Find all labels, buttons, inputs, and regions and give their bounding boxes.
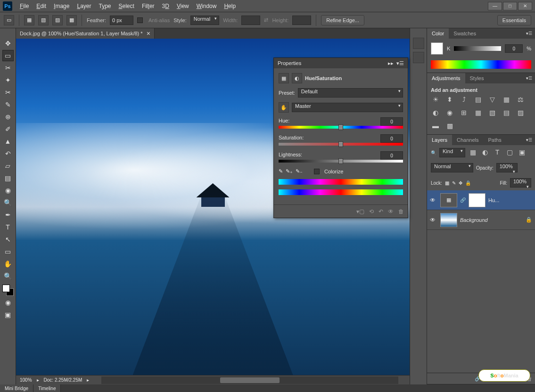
menu-filter[interactable]: Filter xyxy=(138,3,158,9)
menu-select[interactable]: Select xyxy=(115,3,138,9)
visibility-icon[interactable]: 👁 xyxy=(430,217,437,223)
menu-3d[interactable]: 3D xyxy=(158,3,173,9)
tab-timeline[interactable]: Timeline xyxy=(33,384,61,392)
visibility-icon[interactable]: 👁 xyxy=(430,197,437,204)
clip-layer-icon[interactable]: ▾▢ xyxy=(356,208,364,215)
maximize-button[interactable]: □ xyxy=(503,2,517,10)
opacity-input[interactable]: 100% xyxy=(496,163,518,172)
panel-menu-icon[interactable]: ▾☰ xyxy=(523,31,535,36)
selective-icon[interactable]: ▩ xyxy=(445,122,454,131)
tab-adjustments[interactable]: Adjustments xyxy=(427,73,465,83)
menu-view[interactable]: View xyxy=(173,3,193,9)
tool-preset-icon[interactable]: ▭ xyxy=(4,15,14,25)
close-tab-icon[interactable]: × xyxy=(147,30,150,37)
eyedropper-add-icon[interactable]: ✎₊ xyxy=(286,168,293,174)
delete-adjustment-icon[interactable]: 🗑 xyxy=(398,208,404,215)
gradientmap-icon[interactable]: ▬ xyxy=(431,122,440,131)
lock-position-icon[interactable]: ✥ xyxy=(459,180,462,186)
menu-image[interactable]: Image xyxy=(50,3,73,9)
k-slider[interactable] xyxy=(454,46,501,51)
saturation-slider[interactable] xyxy=(279,143,403,146)
eraser-tool-icon[interactable]: ▱ xyxy=(2,160,14,172)
lock-transparent-icon[interactable]: ▦ xyxy=(445,180,449,186)
link-icon[interactable]: 🔗 xyxy=(460,197,466,203)
lock-all-icon[interactable]: 🔒 xyxy=(465,180,471,186)
gradient-tool-icon[interactable]: ▤ xyxy=(2,172,14,184)
expand-icon[interactable]: ▸ xyxy=(37,377,39,383)
panel-menu-icon[interactable]: ▾☰ xyxy=(523,138,535,142)
lock-pixels-icon[interactable]: ✎ xyxy=(452,180,456,186)
brightness-icon[interactable]: ☀ xyxy=(431,96,440,104)
menu-layer[interactable]: Layer xyxy=(73,3,95,9)
character-panel-icon[interactable] xyxy=(413,52,424,63)
mask-thumb[interactable] xyxy=(469,193,486,207)
posterize-icon[interactable]: ▤ xyxy=(502,109,511,117)
foreground-swatch[interactable] xyxy=(431,42,443,55)
levels-icon[interactable]: ⬍ xyxy=(445,96,454,104)
feather-input[interactable] xyxy=(110,16,133,25)
dodge-tool-icon[interactable]: 🔍 xyxy=(2,197,14,208)
vibrance-icon[interactable]: ▽ xyxy=(487,96,497,104)
zoom-tool-icon[interactable]: 🔍 xyxy=(2,270,14,282)
pen-tool-icon[interactable]: ✒ xyxy=(2,209,14,220)
panel-menu-icon[interactable]: ▾☰ xyxy=(523,76,535,81)
tab-minibridge[interactable]: Mini Bridge xyxy=(0,384,33,392)
marquee-tool-icon[interactable]: ▭ xyxy=(2,50,14,61)
properties-panel[interactable]: Properties ▸▸ ▾☰ ▦ ◐ Hue/Saturation Pres… xyxy=(273,57,408,218)
photofilter-icon[interactable]: ◉ xyxy=(445,109,454,117)
stamp-tool-icon[interactable]: ▲ xyxy=(2,136,14,147)
channelmixer-icon[interactable]: ⊞ xyxy=(459,109,469,117)
menu-help[interactable]: Help xyxy=(220,3,239,9)
mask-view-icon[interactable]: ◐ xyxy=(292,73,302,83)
fill-input[interactable]: 100% xyxy=(510,178,531,188)
menu-window[interactable]: Window xyxy=(193,3,221,9)
reset-icon[interactable]: ↶ xyxy=(379,208,383,215)
filter-adj-icon[interactable]: ◐ xyxy=(480,148,490,157)
subtract-selection-icon[interactable]: ▨ xyxy=(52,15,63,25)
wand-tool-icon[interactable]: ✦ xyxy=(2,74,14,86)
layer-thumb[interactable] xyxy=(440,213,457,227)
brush-tool-icon[interactable]: ✐ xyxy=(2,123,14,135)
tab-swatches[interactable]: Swatches xyxy=(449,28,481,39)
workspace-button[interactable]: Essentials xyxy=(497,15,531,25)
layer-name[interactable]: Background xyxy=(460,217,523,223)
colorlookup-icon[interactable]: ▦ xyxy=(473,109,483,117)
horizontal-scrollbar[interactable] xyxy=(101,376,398,384)
blur-tool-icon[interactable]: ◉ xyxy=(2,185,14,196)
colorbalance-icon[interactable]: ⚖ xyxy=(516,96,525,104)
layer-row[interactable]: 👁 ▦ 🔗 Hu... xyxy=(427,190,535,210)
refine-edge-button[interactable]: Refine Edge... xyxy=(321,15,364,25)
tab-channels[interactable]: Channels xyxy=(452,135,483,145)
layer-row[interactable]: 👁 Background 🔒 xyxy=(427,210,535,230)
previous-state-icon[interactable]: ⟲ xyxy=(369,208,374,215)
menu-type[interactable]: Type xyxy=(95,3,115,9)
threshold-icon[interactable]: ▨ xyxy=(516,109,525,117)
document-tab[interactable]: Dock.jpg @ 100% (Hue/Saturation 1, Layer… xyxy=(16,28,155,39)
height-input[interactable] xyxy=(292,16,311,25)
blend-mode-select[interactable]: Normal xyxy=(431,163,473,172)
path-select-icon[interactable]: ↖ xyxy=(2,234,14,245)
shape-tool-icon[interactable]: ▭ xyxy=(2,246,14,257)
intersect-selection-icon[interactable]: ▩ xyxy=(66,15,77,25)
move-tool-icon[interactable]: ✥ xyxy=(2,38,14,49)
history-brush-icon[interactable]: ↶ xyxy=(2,148,14,159)
antialias-checkbox[interactable] xyxy=(137,17,143,23)
healing-tool-icon[interactable]: ⊛ xyxy=(2,111,14,122)
swap-icon[interactable]: ⇄ xyxy=(264,17,268,23)
hand-tool-icon[interactable]: ✋ xyxy=(2,258,14,270)
invert-icon[interactable]: ▧ xyxy=(487,109,497,117)
history-panel-icon[interactable] xyxy=(413,38,424,49)
adjustment-type-icon[interactable]: ▦ xyxy=(279,73,289,83)
eyedropper-tool-icon[interactable]: ✎ xyxy=(2,99,14,110)
filter-pixel-icon[interactable]: ▦ xyxy=(468,148,477,157)
lightness-input[interactable] xyxy=(380,151,403,160)
filter-shape-icon[interactable]: ▢ xyxy=(505,148,514,157)
lightness-slider[interactable] xyxy=(279,160,403,163)
hue-slider[interactable] xyxy=(279,126,403,129)
eyedropper-icon[interactable]: ✎ xyxy=(279,168,283,174)
eyedropper-sub-icon[interactable]: ✎₋ xyxy=(296,168,303,174)
targeted-adjust-icon[interactable]: ✋ xyxy=(279,102,289,113)
type-tool-icon[interactable]: T xyxy=(2,221,14,233)
channel-select[interactable]: Master xyxy=(292,103,403,112)
exposure-icon[interactable]: ▤ xyxy=(473,96,483,104)
